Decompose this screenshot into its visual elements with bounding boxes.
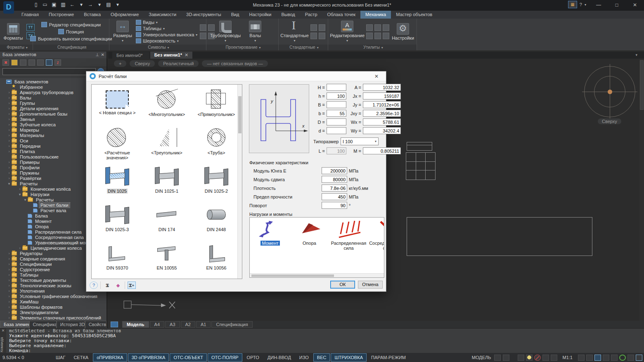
filter-icon[interactable] — [28, 59, 35, 66]
standard-tool-icon[interactable] — [310, 33, 317, 39]
orbit-icon[interactable] — [611, 355, 618, 361]
tree-expander-icon[interactable]: › — [7, 171, 11, 175]
load-item-support[interactable]: Опора — [290, 220, 329, 251]
workspace-icon[interactable] — [503, 355, 509, 361]
new-folder-icon[interactable] — [11, 59, 18, 66]
status-toggle[interactable]: ШТРИХОВКА — [331, 353, 367, 362]
param-input[interactable] — [327, 118, 346, 125]
ribbon-tab[interactable]: Механика — [360, 11, 391, 19]
utility-tool-icon[interactable] — [366, 24, 373, 31]
cancel-button[interactable]: Отмена — [358, 281, 383, 289]
preview-icon[interactable] — [46, 59, 52, 66]
tree-expander-icon[interactable]: › — [7, 284, 11, 288]
spec-menu-item[interactable]: Позиция — [58, 29, 84, 34]
layout-tab[interactable]: А3 — [165, 321, 180, 328]
spec-menu-item[interactable]: Редактор спецификации — [41, 22, 101, 27]
pan-icon[interactable] — [578, 355, 585, 361]
tree-expander-icon[interactable]: › — [7, 294, 11, 298]
view-direction-label[interactable]: Сверху — [598, 118, 621, 124]
dialog-close-icon[interactable]: ✕ — [370, 73, 383, 79]
tree-expander-icon[interactable]: › — [7, 149, 11, 154]
tree-item[interactable]: › Шаблоны форматов — [0, 304, 107, 310]
document-tab[interactable]: Без имени1* ✕ — [150, 52, 193, 59]
tree-expander-icon[interactable]: › — [7, 139, 11, 143]
design-group-footer[interactable]: Проектирование▾ — [206, 45, 278, 50]
layout-tab[interactable]: Модель — [122, 321, 149, 328]
view-mode-icon[interactable] — [37, 59, 44, 66]
close-button[interactable]: ✕ — [626, 0, 644, 10]
section-item[interactable]: DIN 59370 — [92, 241, 142, 279]
spec-menu-item[interactable]: Выровнять выноски спецификации — [30, 36, 112, 41]
insert-beam-icon[interactable]: Ɪ+ — [128, 282, 136, 289]
viewport-control-pill[interactable]: + — [114, 60, 126, 67]
section-item[interactable]: EN 10056 — [192, 241, 241, 279]
zoom-object-icon[interactable] — [603, 355, 609, 361]
section-item[interactable]: <Расчётные значения> — [92, 125, 142, 164]
panel-tab[interactable]: История 3D ... — [57, 321, 85, 328]
standard-parts-button[interactable]: Стандартные ▾ — [281, 19, 308, 44]
status-toggle[interactable]: ОТС-ОБЪЕКТ — [170, 353, 206, 362]
infocenter-icon[interactable]: ▦ — [568, 1, 577, 8]
ribbon-tab[interactable]: Главная — [17, 11, 44, 19]
viewport-control-pill[interactable]: — нет связанных видов — — [202, 60, 268, 67]
tree-expander-icon[interactable]: › — [7, 128, 11, 132]
status-toggle[interactable]: ШАГ — [52, 353, 69, 362]
tree-item[interactable]: › Условные графические обозначения — [0, 293, 107, 299]
formats-group-footer[interactable]: Форматы▾ — [0, 45, 33, 50]
ribbon-tab[interactable]: Мастер объектов — [391, 11, 437, 19]
phys-param-input[interactable] — [322, 185, 347, 192]
document-tab[interactable]: Без имени0* — [112, 52, 149, 59]
annotation-scale-icon[interactable] — [551, 355, 557, 361]
tree-expander-icon[interactable]: › — [7, 106, 11, 111]
param-input[interactable] — [363, 92, 401, 99]
load-item-concentrated-force[interactable]: Сосредоточенная сила — [368, 220, 384, 251]
section-list-scrollbar[interactable] — [237, 85, 242, 279]
status-toggle[interactable]: СЕТКА — [70, 353, 92, 362]
standard-tool-icon[interactable] — [319, 24, 325, 31]
regen-icon[interactable] — [619, 355, 626, 361]
status-toggle[interactable]: ПАРАМ-РЕЖИМ — [367, 353, 410, 362]
delete-element-icon[interactable]: ✖ — [2, 59, 9, 66]
mass-input[interactable] — [363, 147, 401, 154]
section-item[interactable]: <Многоугольник> — [142, 87, 192, 125]
status-toggle[interactable]: ОТС-ПОЛЯР — [208, 353, 242, 362]
sync-icon[interactable]: z — [54, 59, 61, 66]
help-dropdown-icon[interactable]: ▾ — [585, 3, 586, 7]
redo-dropdown-icon[interactable]: ▾ — [96, 1, 103, 8]
section-item[interactable]: DIN 1025-3 — [92, 202, 142, 241]
utils-group-footer[interactable]: Утилиты▾ — [328, 45, 417, 50]
symbols-group-footer[interactable]: Символы▾ — [109, 45, 206, 50]
section-item[interactable]: < Новая секция > — [92, 87, 142, 125]
viewport-control-pill[interactable]: Реалистичный — [158, 60, 199, 67]
layout-list-icon[interactable] — [111, 322, 118, 327]
tree-expander-icon[interactable]: › — [7, 257, 11, 261]
status-toggle[interactable]: 3D оПРИВЯЗКА — [128, 353, 169, 362]
param-input[interactable] — [363, 101, 401, 108]
ribbon-tab[interactable]: Вывод — [276, 11, 300, 19]
qa-more-icon[interactable]: ▾ — [114, 1, 121, 8]
canvas-vertical-scrollbar[interactable] — [639, 59, 644, 321]
tree-expander-icon[interactable]: › — [7, 123, 11, 127]
tree-expander-icon[interactable]: › — [7, 160, 11, 164]
utility-tool-icon[interactable] — [383, 24, 389, 31]
utility-tool-icon[interactable] — [374, 33, 381, 39]
param-input[interactable] — [363, 84, 401, 91]
symbols-menu-item[interactable]: Универсальная выноска ▾ — [136, 32, 197, 37]
tree-expander-icon[interactable]: ▾ — [23, 198, 27, 202]
tree-expander-icon[interactable]: › — [7, 144, 11, 148]
standard-tool-icon[interactable] — [319, 33, 325, 39]
tab-close-icon[interactable]: ✕ — [185, 52, 188, 58]
section-item[interactable]: <Прямоугольник> — [192, 87, 241, 125]
ribbon-tab[interactable]: Настройки — [244, 11, 277, 19]
load-item-distributed-force[interactable]: Распределенная сила — [329, 220, 368, 251]
param-input[interactable] — [327, 101, 346, 108]
symbol-tool-icon[interactable] — [200, 24, 206, 31]
utility-tool-icon[interactable] — [366, 33, 373, 39]
layout-tab[interactable]: А2 — [181, 321, 195, 328]
ribbon-tab[interactable]: Оформление — [106, 11, 144, 19]
section-item[interactable]: <Треугольник> — [142, 125, 192, 164]
drawing-rectangle-entity[interactable] — [407, 217, 592, 256]
minimize-button[interactable]: — — [590, 0, 608, 10]
status-toggle[interactable]: ИЗО — [296, 353, 313, 362]
new-file-icon[interactable]: ▯ — [32, 1, 40, 8]
